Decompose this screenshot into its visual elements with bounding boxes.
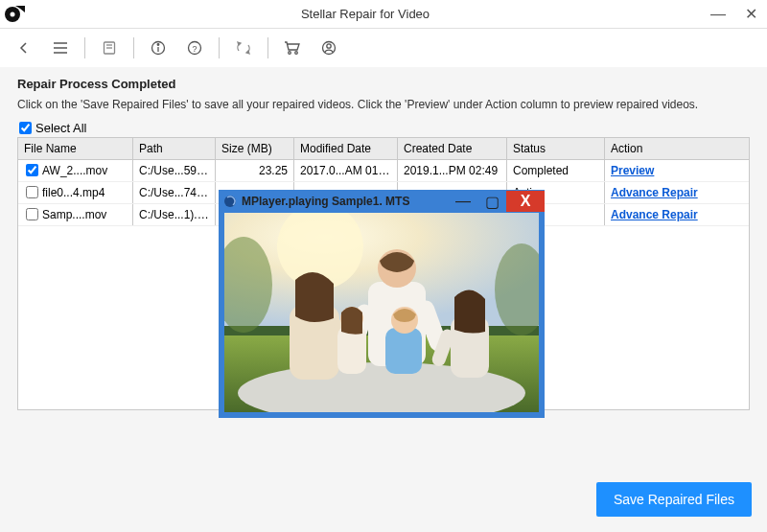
row-checkbox[interactable] — [26, 186, 38, 198]
row-checkbox[interactable] — [26, 208, 38, 220]
svg-point-17 — [295, 52, 298, 55]
col-created[interactable]: Created Date — [398, 138, 507, 159]
col-action[interactable]: Action — [605, 138, 745, 159]
page-description: Click on the 'Save Repaired Files' to sa… — [17, 97, 727, 113]
svg-rect-32 — [385, 328, 422, 374]
cell-filename: Samp....mov — [42, 208, 106, 221]
cell-path: C:/Use...59.mov — [133, 160, 216, 181]
col-path[interactable]: Path — [133, 138, 216, 159]
close-button[interactable]: ✕ — [734, 0, 767, 29]
save-repaired-files-button[interactable]: Save Repaired Files — [596, 482, 752, 517]
action-link-preview[interactable]: Preview — [611, 164, 654, 177]
cell-path: C:/Use...74.mov — [133, 182, 216, 203]
svg-point-20 — [224, 196, 236, 207]
app-logo — [0, 0, 29, 29]
svg-point-19 — [327, 44, 331, 48]
back-button[interactable] — [8, 32, 40, 64]
mplayer-icon — [219, 195, 242, 208]
titlebar: Stellar Repair for Video — ✕ — [0, 0, 767, 29]
minimize-button[interactable]: — — [702, 0, 734, 29]
mplayer-window[interactable]: MPlayer.playing Sample1. MTS — ▢ X — [219, 190, 545, 418]
table-header: File Name Path Size (MB) Modified Date C… — [18, 138, 749, 160]
mplayer-titlebar[interactable]: MPlayer.playing Sample1. MTS — ▢ X — [219, 190, 545, 213]
refresh-icon[interactable] — [227, 32, 260, 64]
menu-button[interactable] — [44, 32, 77, 64]
cart-icon[interactable] — [276, 32, 309, 64]
svg-point-1 — [11, 12, 15, 16]
mplayer-title: MPlayer.playing Sample1. MTS — [242, 195, 449, 208]
page-title: Repair Process Completed — [17, 77, 750, 91]
mplayer-minimize-button[interactable]: — — [449, 191, 477, 212]
svg-marker-14 — [238, 42, 241, 45]
cell-filename: AW_2....mov — [42, 164, 107, 177]
svg-point-16 — [289, 52, 291, 55]
help-icon[interactable]: ? — [178, 32, 211, 64]
svg-point-11 — [157, 44, 159, 46]
col-size[interactable]: Size (MB) — [216, 138, 294, 159]
cell-created: 2019.1...PM 02:49 — [398, 160, 507, 181]
action-link-advance-repair[interactable]: Advance Repair — [611, 186, 698, 199]
svg-marker-15 — [246, 51, 249, 54]
cell-status: Completed — [507, 160, 605, 181]
cell-path: C:/Use...1).mov — [133, 204, 216, 225]
window-title: Stellar Repair for Video — [29, 7, 702, 21]
select-all-text: Select All — [35, 121, 86, 135]
cell-filename: file0...4.mp4 — [42, 186, 105, 199]
col-status[interactable]: Status — [507, 138, 605, 159]
info-icon[interactable] — [142, 32, 174, 64]
select-all-checkbox[interactable] — [19, 122, 32, 134]
mplayer-maximize-button[interactable]: ▢ — [477, 191, 506, 212]
save-icon[interactable] — [93, 32, 126, 64]
mplayer-close-button[interactable]: X — [506, 191, 545, 212]
table-row[interactable]: AW_2....mov C:/Use...59.mov 23.25 2017.0… — [18, 160, 749, 182]
toolbar: ? — [0, 29, 767, 67]
cell-modified: 2017.0...AM 01:30 — [294, 160, 398, 181]
mplayer-video-area[interactable] — [224, 213, 539, 412]
select-all-label[interactable]: Select All — [17, 121, 750, 135]
svg-text:?: ? — [192, 44, 197, 54]
user-icon[interactable] — [313, 32, 345, 64]
col-modified[interactable]: Modified Date — [294, 138, 398, 159]
col-filename[interactable]: File Name — [18, 138, 133, 159]
row-checkbox[interactable] — [26, 164, 38, 176]
action-link-advance-repair[interactable]: Advance Repair — [611, 208, 698, 221]
cell-size: 23.25 — [216, 160, 294, 181]
